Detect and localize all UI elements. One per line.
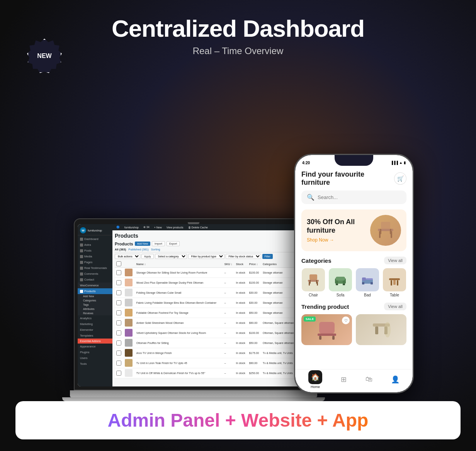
submenu-attributes[interactable]: Attributes <box>78 307 112 311</box>
sidebar-item-comments[interactable]: Comments <box>78 271 112 277</box>
row-checkbox[interactable] <box>116 280 121 285</box>
svg-rect-27 <box>319 322 335 334</box>
category-chair[interactable]: Chair <box>301 268 325 297</box>
sidebar-item-pages[interactable]: Pages <box>78 259 112 265</box>
wp-page-title: Products <box>115 233 307 239</box>
add-new-button[interactable]: Add New <box>135 242 150 246</box>
sidebar-item-products[interactable]: Products <box>78 288 112 294</box>
row-checkbox[interactable] <box>116 320 121 325</box>
sidebar-item-elementor[interactable]: Elementor <box>78 327 112 333</box>
col-img <box>123 260 135 268</box>
col-name[interactable]: Name ↕ <box>135 260 223 268</box>
search-input[interactable] <box>318 194 401 200</box>
sidebar-item-appearance[interactable]: Appearance <box>78 344 112 349</box>
row-checkbox[interactable] <box>116 290 121 295</box>
product-cat: Ottoman, Square ottoman <box>261 328 298 338</box>
promo-shop-now[interactable]: Shop Now → <box>307 237 370 243</box>
sidebar-item-tools[interactable]: Tools <box>78 361 112 367</box>
sidebar-item-users[interactable]: Users <box>78 355 112 361</box>
row-checkbox[interactable] <box>116 270 121 275</box>
phone-frame: 4:20 ▐▐▐ ▲ ▮ Find your favourite furnitu… <box>294 154 414 393</box>
tab-sorting[interactable]: Sorting <box>151 248 160 251</box>
wp-top-bar: 🔵 furniturshop ⊕ 34 + New View products … <box>112 224 309 230</box>
product-cat: Storage ottoman <box>261 298 298 308</box>
search-bar[interactable]: 🔍 <box>301 191 406 204</box>
sale-badge: SALE <box>304 317 316 322</box>
sidebar-item-essential[interactable]: Essential Addons <box>78 339 112 344</box>
topbar-logo[interactable]: 🔵 <box>115 225 121 229</box>
promo-discount: 30% Off On All furniture <box>307 218 370 235</box>
submenu-add-new[interactable]: Add New <box>78 294 112 298</box>
row-checkbox[interactable] <box>116 361 121 366</box>
nav-shop[interactable]: 🛍 <box>366 375 372 383</box>
category-filter[interactable]: Select a category <box>155 254 187 259</box>
submenu-categories[interactable]: Categories <box>78 298 112 303</box>
col-categories: Categories <box>261 260 298 268</box>
topbar-updates[interactable]: ⊕ 34 <box>142 225 151 229</box>
product-sku: – <box>223 348 235 358</box>
sidebar-item-plugins[interactable]: Plugins <box>78 349 112 355</box>
apply-button[interactable]: Apply <box>141 254 154 259</box>
sidebar-item-marketing[interactable]: Marketing <box>78 321 112 327</box>
submenu-tags[interactable]: Tags <box>78 303 112 307</box>
product-cat: Ottoman, Square ottoman <box>261 318 298 328</box>
sidebar-item-contact[interactable]: Contact <box>78 277 112 283</box>
nav-profile[interactable]: 👤 <box>391 375 400 384</box>
nav-home[interactable]: 🏠 Home <box>308 370 322 389</box>
topbar-view-products[interactable]: View products <box>165 226 185 229</box>
sidebar-item-templates[interactable]: Templates <box>78 333 112 339</box>
categories-view-all[interactable]: View all <box>384 257 406 264</box>
select-all-checkbox[interactable] <box>116 261 121 266</box>
product-type-filter[interactable]: Filter by product type <box>188 254 224 259</box>
wp-site-name: furniturshop <box>88 229 102 232</box>
category-bad[interactable]: Bad <box>355 268 379 297</box>
trending-item-2[interactable] <box>356 314 406 345</box>
row-checkbox[interactable] <box>116 300 121 305</box>
trending-item-1[interactable]: SALE ♡ <box>301 314 352 345</box>
svg-rect-25 <box>397 280 398 286</box>
svg-rect-30 <box>332 336 335 340</box>
footer-text: Admin Panel + Website + App <box>108 410 369 431</box>
category-sofa[interactable]: Sofa <box>328 268 352 297</box>
tab-all[interactable]: All (383) <box>115 248 126 251</box>
submenu-reviews[interactable]: Reviews <box>78 311 112 315</box>
svg-rect-28 <box>318 334 336 336</box>
topbar-site[interactable]: furniturshop <box>123 226 140 229</box>
sidebar-item-dashboard[interactable]: Dashboard <box>78 236 112 242</box>
sidebar-item-posts[interactable]: Posts <box>78 248 112 254</box>
row-checkbox[interactable] <box>116 371 121 376</box>
table-row: Storage Ottoman for Sitting Stool for Li… <box>115 268 307 278</box>
footer-banner: Admin Panel + Website + App <box>15 401 461 439</box>
wishlist-button-1[interactable]: ♡ <box>342 317 350 324</box>
tab-published[interactable]: Published (381) <box>128 248 149 251</box>
col-price[interactable]: Price ↕ <box>248 260 261 268</box>
row-checkbox[interactable] <box>116 310 121 315</box>
product-stock: In stock <box>235 268 248 278</box>
row-checkbox[interactable] <box>116 330 121 335</box>
filter-button[interactable]: Filter <box>262 254 273 259</box>
col-sku[interactable]: SKU ↕ <box>223 260 235 268</box>
topbar-new[interactable]: + New <box>153 226 163 229</box>
export-button[interactable]: Export <box>167 241 180 246</box>
sidebar-item-media[interactable]: Media <box>78 254 112 259</box>
trending-view-all[interactable]: View all <box>384 303 406 310</box>
svg-rect-15 <box>336 277 345 281</box>
svg-rect-4 <box>380 229 381 234</box>
nav-grid[interactable]: ⊞ <box>341 375 347 384</box>
product-stock: In stock <box>235 298 248 308</box>
stock-status-filter[interactable]: Filter by stock status <box>226 254 261 259</box>
sidebar-item-astra[interactable]: Astra <box>78 242 112 248</box>
row-checkbox[interactable] <box>116 351 121 356</box>
topbar-delete-cache[interactable]: 🗑 Delete Cache <box>187 226 209 229</box>
trending-title: Trending product <box>301 303 349 310</box>
sidebar-item-analytics[interactable]: Analytics <box>78 315 112 321</box>
cart-button[interactable]: 🛒 <box>394 172 406 185</box>
sidebar-item-testimonials[interactable]: Real Testimonials <box>78 265 112 271</box>
sidebar-item-woocommerce[interactable]: WooCommerce <box>78 283 112 288</box>
category-table[interactable]: Table <box>382 268 406 297</box>
row-checkbox[interactable] <box>116 340 121 345</box>
import-button[interactable]: Import <box>152 241 165 246</box>
bulk-actions-select[interactable]: Bulk actions <box>115 254 140 259</box>
sofa-label: Sofa <box>337 293 345 297</box>
bad-image <box>356 268 379 291</box>
